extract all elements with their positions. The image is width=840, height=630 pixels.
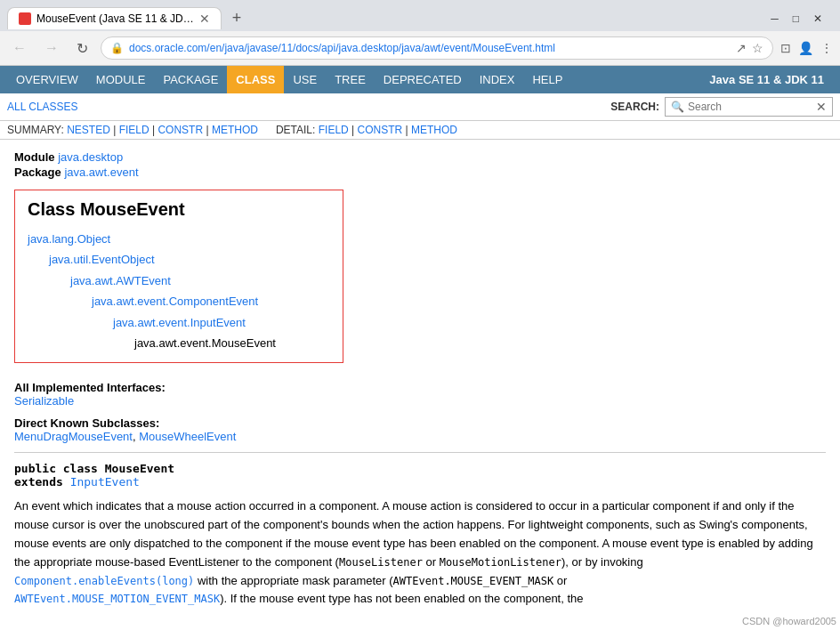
package-label: Package — [14, 166, 61, 179]
profile-icon[interactable]: 👤 — [798, 41, 813, 55]
desc-text-5: or — [553, 574, 567, 587]
detail-method[interactable]: METHOD — [411, 124, 457, 136]
subclasses-label: Direct Known Subclasses: — [14, 416, 159, 430]
nav-package[interactable]: PACKAGE — [154, 66, 227, 93]
detail-field[interactable]: FIELD — [319, 124, 349, 136]
search-clear-button[interactable]: ✕ — [816, 100, 827, 114]
subclasses-section: Direct Known Subclasses: MenuDragMouseEv… — [14, 416, 826, 443]
close-button[interactable]: ✕ — [806, 9, 829, 28]
new-tab-button[interactable]: + — [225, 5, 249, 31]
desc-text-3: ), or by invoking — [561, 555, 643, 569]
nav-help[interactable]: HELP — [523, 66, 571, 93]
all-classes-link[interactable]: ALL CLASSES — [7, 101, 78, 113]
tab-close-button[interactable]: ✕ — [199, 12, 210, 25]
desc-code-4: AWTEvent.MOUSE_EVENT_MASK — [393, 575, 554, 587]
interfaces-section: All Implemented Interfaces: Serializable — [14, 381, 826, 408]
forward-button[interactable]: → — [39, 38, 64, 58]
detail-label: DETAIL: — [276, 124, 315, 136]
desc-code-2: MouseMotionListener — [440, 556, 561, 569]
nav-tree[interactable]: TREE — [326, 66, 375, 93]
subclass-menu-drag[interactable]: MenuDragMouseEvent — [14, 430, 133, 443]
search-icon: 🔍 — [671, 101, 684, 113]
keyword-extends: extends — [14, 475, 63, 489]
desc-text-6: ). If the mouse event type has not been … — [220, 592, 583, 605]
hierarchy-item-2[interactable]: java.awt.AWTEvent — [70, 274, 171, 287]
summary-method[interactable]: METHOD — [212, 124, 258, 136]
search-area: SEARCH: 🔍 ✕ — [610, 97, 833, 117]
summary-field[interactable]: FIELD — [119, 124, 149, 136]
detail-constr[interactable]: CONSTR — [358, 124, 403, 136]
secondary-nav-bar: ALL CLASSES SEARCH: 🔍 ✕ — [0, 93, 840, 121]
nav-use[interactable]: USE — [284, 66, 326, 93]
desc-link-enable-events[interactable]: Component.enableEvents(long) — [14, 575, 194, 587]
package-link[interactable]: java.awt.event — [64, 166, 138, 179]
class-declaration: public class MouseEvent extends InputEve… — [14, 462, 826, 489]
maximize-button[interactable]: □ — [786, 9, 806, 28]
nav-deprecated[interactable]: DEPRECATED — [375, 66, 471, 93]
extends-link[interactable]: InputEvent — [70, 475, 140, 489]
desc-text-4: with the appropriate mask parameter ( — [194, 574, 392, 587]
lock-icon: 🔒 — [110, 42, 124, 54]
divider — [14, 452, 826, 453]
main-content: Module java.desktop Package java.awt.eve… — [0, 140, 840, 628]
hierarchy-item-0[interactable]: java.lang.Object — [28, 232, 110, 246]
java-version: Java SE 11 & JDK 11 — [700, 66, 833, 93]
interfaces-label: All Implemented Interfaces: — [14, 381, 166, 394]
serializable-link[interactable]: Serializable — [14, 394, 74, 408]
hierarchy-item-5: java.awt.event.MouseEvent — [134, 333, 330, 353]
desc-text-2: or — [423, 555, 440, 569]
summary-detail-bar: SUMMARY: NESTED | FIELD | CONSTR | METHO… — [0, 121, 840, 140]
address-bar[interactable]: 🔒 ↗ ☆ — [101, 36, 773, 60]
keyword-class: class — [63, 462, 98, 475]
search-label: SEARCH: — [610, 101, 659, 113]
nav-overview[interactable]: OVERVIEW — [7, 66, 87, 93]
summary-constr[interactable]: CONSTR — [158, 124, 203, 136]
nav-module[interactable]: MODULE — [87, 66, 155, 93]
keyword-public: public — [14, 462, 56, 475]
share-icon[interactable]: ↗ — [736, 41, 747, 55]
extension-icon[interactable]: ⊡ — [780, 41, 791, 55]
hierarchy-item-3[interactable]: java.awt.event.ComponentEvent — [92, 295, 258, 308]
search-input[interactable] — [688, 101, 812, 113]
subclass-mouse-wheel[interactable]: MouseWheelEvent — [139, 430, 236, 443]
class-hierarchy: java.lang.Object java.util.EventObject j… — [28, 229, 330, 353]
tab-title: MouseEvent (Java SE 11 & JD… — [36, 12, 194, 25]
class-name-declaration: MouseEvent — [105, 462, 174, 475]
java-nav-bar: OVERVIEW MODULE PACKAGE CLASS USE TREE D… — [0, 66, 840, 93]
bookmark-icon[interactable]: ☆ — [752, 41, 763, 55]
desc-code-1: MouseListener — [339, 556, 423, 569]
nav-index[interactable]: INDEX — [471, 66, 524, 93]
class-title: Class MouseEvent — [28, 199, 330, 220]
tab-favicon — [19, 12, 31, 25]
module-link[interactable]: java.desktop — [58, 150, 123, 164]
hierarchy-item-1[interactable]: java.util.EventObject — [49, 253, 155, 266]
nav-class[interactable]: CLASS — [227, 66, 284, 93]
class-header-box: Class MouseEvent java.lang.Object java.u… — [14, 190, 343, 363]
back-button[interactable]: ← — [7, 38, 32, 58]
summary-nested[interactable]: NESTED — [67, 124, 110, 136]
more-icon[interactable]: ⋮ — [820, 41, 833, 55]
browser-tab[interactable]: MouseEvent (Java SE 11 & JD… ✕ — [7, 7, 222, 29]
description-text: An event which indicates that a mouse ac… — [14, 497, 826, 609]
module-label: Module — [14, 150, 55, 164]
watermark: CSDN @howard2005 — [742, 616, 836, 626]
hierarchy-item-4[interactable]: java.awt.event.InputEvent — [113, 316, 246, 329]
search-input-wrap: 🔍 ✕ — [665, 97, 833, 117]
summary-label: SUMMARY: — [7, 124, 64, 136]
address-input[interactable] — [129, 42, 731, 54]
minimize-button[interactable]: ─ — [763, 9, 786, 28]
desc-link-motion-mask[interactable]: AWTEvent.MOUSE_MOTION_EVENT_MASK — [14, 593, 220, 605]
reload-button[interactable]: ↻ — [71, 38, 93, 59]
